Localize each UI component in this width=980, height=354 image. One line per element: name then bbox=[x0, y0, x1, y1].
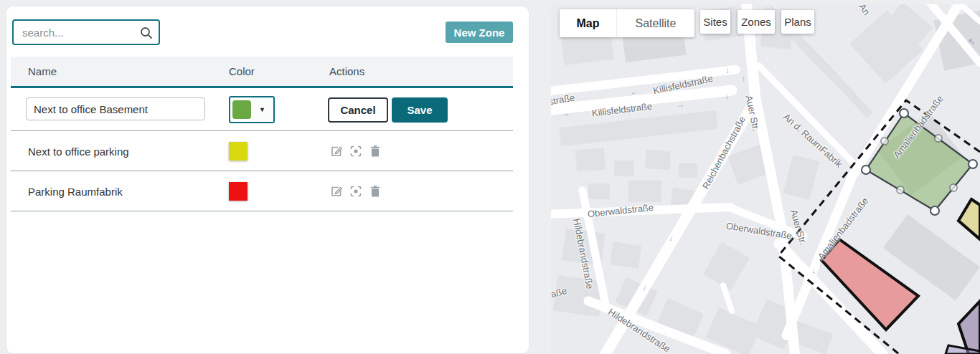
zone-manager-app: New Zone Name Color Actions ▼ Cancel Sav… bbox=[0, 0, 980, 354]
table-row-editing: ▼ Cancel Save bbox=[11, 88, 513, 131]
delete-icon[interactable] bbox=[368, 144, 382, 158]
zone-color-swatch bbox=[229, 142, 248, 161]
column-header-name: Name bbox=[28, 65, 229, 77]
road-arrow-icon: → bbox=[675, 99, 685, 110]
zone-table-body: ▼ Cancel Save Next to office parking bbox=[11, 88, 513, 211]
new-zone-button[interactable]: New Zone bbox=[446, 21, 513, 43]
column-header-color: Color bbox=[229, 65, 329, 77]
zone-polygon-tan[interactable] bbox=[958, 199, 980, 239]
road-arrow-icon: → bbox=[560, 107, 570, 118]
locate-zone-icon[interactable] bbox=[349, 144, 363, 158]
zone-polygon-purple[interactable] bbox=[958, 301, 980, 354]
map-canvas[interactable] bbox=[551, 4, 980, 354]
table-row: Parking Raumfabrik bbox=[11, 171, 513, 211]
zone-color-swatch bbox=[229, 182, 248, 201]
sites-button[interactable]: Sites bbox=[700, 10, 730, 34]
road-arrow-icon: ↓ bbox=[725, 65, 730, 75]
road-arrow-icon: ← bbox=[629, 86, 639, 97]
road-arrow-icon: ↓ bbox=[811, 266, 816, 276]
road-arrow-icon: ↓ bbox=[725, 91, 729, 101]
chevron-down-icon: ▼ bbox=[251, 97, 273, 122]
save-button[interactable]: Save bbox=[392, 97, 448, 123]
column-header-actions: Actions bbox=[329, 65, 513, 77]
zone-name-label: Parking Raumfabrik bbox=[28, 185, 123, 197]
table-row: Next to office parking bbox=[11, 131, 513, 171]
edit-icon[interactable] bbox=[329, 184, 344, 198]
row-actions bbox=[329, 184, 382, 198]
map-type-map-button[interactable]: Map bbox=[560, 9, 617, 37]
map-type-satellite-button[interactable]: Satellite bbox=[617, 9, 694, 37]
table-header: Name Color Actions bbox=[11, 57, 513, 88]
search-icon bbox=[139, 26, 154, 40]
road-arrow-icon: ↖ bbox=[968, 37, 975, 47]
zone-name-label: Next to office parking bbox=[28, 145, 129, 157]
zone-list-panel: New Zone Name Color Actions ▼ Cancel Sav… bbox=[6, 6, 529, 354]
search-input[interactable] bbox=[14, 21, 159, 44]
color-dropdown[interactable]: ▼ bbox=[229, 96, 275, 123]
row-actions bbox=[329, 144, 382, 158]
zone-name-input[interactable] bbox=[26, 97, 205, 120]
map-type-control: Map Satellite bbox=[560, 9, 694, 37]
map-panel[interactable]: straße Killisfeldstraße Killisfeldstraße… bbox=[551, 4, 980, 354]
color-swatch-selected bbox=[232, 100, 251, 119]
road-arrow-icon: ↑ bbox=[819, 259, 823, 269]
plans-button[interactable]: Plans bbox=[781, 10, 814, 34]
road-arrow-icon: ↑ bbox=[741, 74, 745, 84]
cancel-button[interactable]: Cancel bbox=[328, 97, 388, 123]
search-box bbox=[12, 19, 160, 45]
delete-icon[interactable] bbox=[368, 184, 382, 198]
locate-zone-icon[interactable] bbox=[349, 184, 363, 198]
zones-button[interactable]: Zones bbox=[738, 10, 775, 34]
edit-icon[interactable] bbox=[329, 144, 344, 158]
